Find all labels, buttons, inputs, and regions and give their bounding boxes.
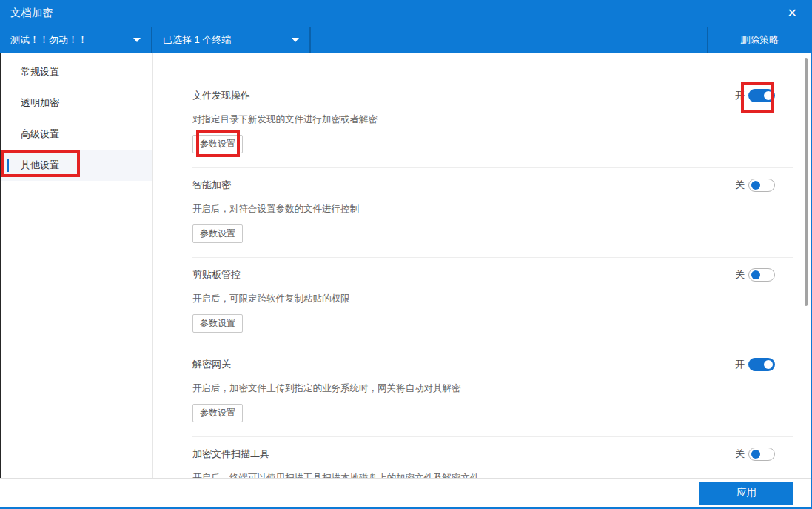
title-bar: 文档加密 ✕ — [0, 0, 811, 27]
sidebar-item-label: 高级设置 — [21, 127, 59, 141]
setting-description: 开启后，加密文件上传到指定的业务系统时，网关将自动对其解密 — [192, 382, 793, 395]
dialog-footer: 应用 — [0, 478, 811, 507]
chevron-down-icon — [292, 38, 299, 42]
vertical-scrollbar-thumb[interactable] — [805, 58, 808, 306]
dialog-body: 常规设置 透明加密 高级设置 其他设置 文件发现操作 开 对指定目录下新发现的文… — [0, 53, 811, 478]
settings-sidebar: 常规设置 透明加密 高级设置 其他设置 — [1, 53, 153, 478]
setting-section: 加密文件扫描工具 关 开启后，终端可以使用扫描工具扫描本地磁盘上的加密文件及解密… — [192, 437, 793, 478]
setting-title: 文件发现操作 — [192, 89, 250, 102]
toggle-knob — [751, 181, 760, 190]
setting-description: 对指定目录下新发现的文件进行加密或者解密 — [192, 113, 793, 126]
toggle-switch[interactable] — [748, 89, 775, 102]
toggle-state-label: 关 — [735, 448, 745, 461]
setting-title: 加密文件扫描工具 — [192, 448, 269, 461]
toggle-state-label: 关 — [735, 179, 745, 192]
param-button-wrap: 参数设置 — [192, 135, 243, 153]
setting-description: 开启后，对符合设置参数的文件进行控制 — [192, 203, 793, 216]
param-button-wrap: 参数设置 — [192, 404, 243, 422]
terminal-dropdown-label: 已选择 1 个终端 — [163, 33, 231, 47]
setting-title: 智能加密 — [192, 179, 231, 192]
sidebar-item[interactable]: 高级设置 — [1, 119, 152, 150]
terminal-dropdown[interactable]: 已选择 1 个终端 — [152, 27, 311, 53]
setting-section: 文件发现操作 开 对指定目录下新发现的文件进行加密或者解密 参数设置 — [192, 79, 793, 168]
setting-title: 剪贴板管控 — [192, 268, 241, 282]
setting-description: 开启后，可限定跨软件复制粘贴的权限 — [192, 293, 793, 305]
toggle-state-label: 关 — [735, 268, 745, 282]
param-button-wrap: 参数设置 — [192, 224, 243, 243]
toolbar: 测试！！勿动！！ 已选择 1 个终端 删除策略 — [0, 27, 811, 53]
param-settings-button[interactable]: 参数设置 — [192, 224, 243, 243]
sidebar-item-label: 常规设置 — [21, 65, 59, 79]
param-settings-button[interactable]: 参数设置 — [192, 135, 243, 153]
close-icon[interactable]: ✕ — [788, 7, 797, 19]
setting-section: 剪贴板管控 关 开启后，可限定跨软件复制粘贴的权限 参数设置 — [192, 258, 793, 347]
dialog-title: 文档加密 — [10, 7, 53, 20]
policy-dropdown[interactable]: 测试！！勿动！！ — [0, 27, 152, 53]
toggle-group: 关 — [735, 448, 775, 461]
sidebar-item[interactable]: 其他设置 — [1, 150, 152, 181]
toggle-group: 开 — [735, 89, 775, 102]
apply-button[interactable]: 应用 — [699, 482, 793, 505]
delete-policy-button[interactable]: 删除策略 — [707, 27, 811, 53]
toggle-group: 开 — [735, 358, 775, 371]
sidebar-item[interactable]: 常规设置 — [1, 56, 152, 87]
chevron-down-icon — [133, 38, 141, 42]
setting-section: 解密网关 开 开启后，加密文件上传到指定的业务系统时，网关将自动对其解密 参数设… — [192, 347, 793, 437]
sidebar-item[interactable]: 透明加密 — [1, 87, 152, 119]
toggle-switch[interactable] — [748, 448, 775, 461]
toggle-knob — [751, 270, 760, 279]
sidebar-item-label: 透明加密 — [21, 96, 59, 110]
policy-dropdown-label: 测试！！勿动！！ — [10, 33, 87, 47]
toggle-state-label: 开 — [735, 358, 745, 371]
toggle-knob — [764, 91, 773, 100]
param-button-wrap: 参数设置 — [192, 314, 243, 333]
toggle-switch[interactable] — [748, 268, 775, 282]
setting-section: 智能加密 关 开启后，对符合设置参数的文件进行控制 参数设置 — [192, 168, 793, 258]
toolbar-spacer — [311, 27, 707, 53]
settings-content: 文件发现操作 开 对指定目录下新发现的文件进行加密或者解密 参数设置 智能加密 … — [153, 53, 811, 478]
toggle-state-label: 开 — [735, 89, 745, 102]
toggle-switch[interactable] — [748, 179, 775, 192]
document-encryption-dialog: 文档加密 ✕ 测试！！勿动！！ 已选择 1 个终端 删除策略 常规设置 透明加密… — [0, 0, 812, 509]
toggle-knob — [751, 450, 760, 459]
param-settings-button[interactable]: 参数设置 — [192, 404, 243, 422]
param-settings-button[interactable]: 参数设置 — [192, 314, 243, 333]
setting-title: 解密网关 — [192, 358, 231, 371]
delete-policy-label: 删除策略 — [740, 33, 779, 47]
setting-description: 开启后，终端可以使用扫描工具扫描本地磁盘上的加密文件及解密文件。 — [192, 472, 793, 478]
sidebar-item-label: 其他设置 — [21, 159, 59, 172]
toggle-switch[interactable] — [748, 358, 775, 371]
toggle-group: 关 — [735, 179, 775, 192]
toggle-group: 关 — [735, 268, 775, 282]
toggle-knob — [764, 360, 773, 369]
